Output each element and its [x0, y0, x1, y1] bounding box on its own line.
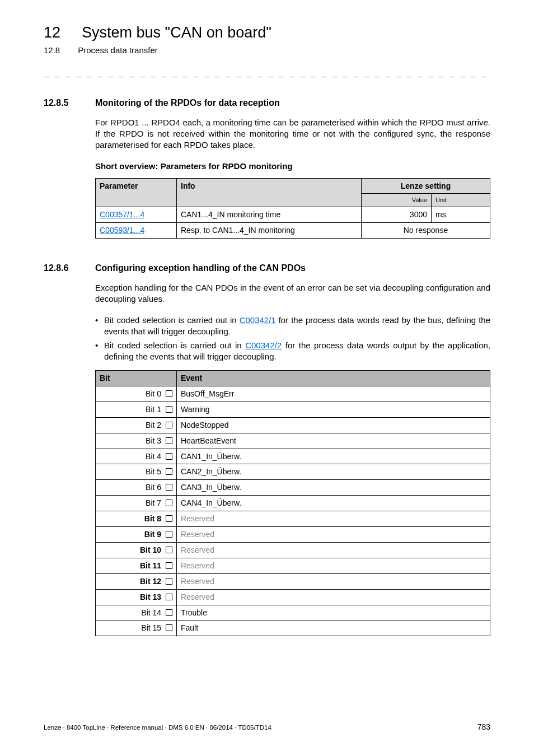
parameters-table: Parameter Info Lenze setting Value Unit …	[95, 178, 490, 239]
cell-bit: Bit 11	[96, 558, 177, 573]
cell-event: BusOff_MsgErr	[177, 386, 490, 402]
cell-event: Reserved	[177, 527, 490, 543]
section-number: 12.8.6	[44, 262, 79, 274]
checkbox-icon	[166, 547, 172, 553]
checkbox-icon	[166, 624, 172, 631]
checkbox-icon	[166, 437, 172, 444]
bit-label: Bit 8	[144, 514, 163, 523]
table-row: Bit 7 CAN4_In_Überw.	[96, 496, 490, 511]
col-setting: Lenze setting	[362, 178, 490, 194]
cell-unit: ms	[432, 207, 490, 223]
section-heading: 12.8.5 Monitoring of the RPDOs for data …	[44, 97, 490, 109]
bullet-text-pre: Bit coded selection is carried out in	[104, 315, 240, 325]
cell-info: CAN1...4_IN monitoring time	[177, 207, 362, 223]
col-value: Value	[362, 194, 432, 207]
cell-event: Reserved	[177, 573, 490, 589]
table-row: C00357/1...4 CAN1...4_IN monitoring time…	[96, 207, 490, 223]
section-title: Monitoring of the RPDOs for data recepti…	[95, 97, 280, 109]
table-row: Bit 8 Reserved	[96, 511, 490, 527]
checkbox-icon	[166, 406, 172, 413]
bit-label: Bit 6	[146, 483, 163, 492]
cell-bit: Bit 14	[96, 605, 177, 620]
table-row: Bit 0 BusOff_MsgErr	[96, 386, 490, 402]
cell-event: Reserved	[177, 589, 490, 605]
bullet-list: Bit coded selection is carried out in C0…	[95, 315, 490, 362]
table-row: Bit 6 CAN3_In_Überw.	[96, 480, 490, 496]
cell-bit: Bit 5	[96, 464, 177, 480]
cell-event: Reserved	[177, 542, 490, 558]
separator-line: _ _ _ _ _ _ _ _ _ _ _ _ _ _ _ _ _ _ _ _ …	[44, 67, 490, 78]
cell-bit: Bit 13	[96, 589, 177, 605]
cell-bit: Bit 10	[96, 542, 177, 558]
section-number: 12.8.5	[44, 97, 79, 109]
bits-table: Bit Event Bit 0 BusOff_MsgErrBit 1 Warni…	[95, 370, 490, 636]
table-row: Bit 9 Reserved	[96, 527, 490, 543]
cell-event: Fault	[177, 620, 490, 636]
table-header-row: Bit Event	[96, 371, 490, 386]
bit-label: Bit 1	[146, 405, 163, 414]
cell-event: Trouble	[177, 605, 490, 620]
cell-bit: Bit 12	[96, 573, 177, 589]
checkbox-icon	[166, 390, 172, 397]
checkbox-icon	[166, 609, 172, 616]
param-link[interactable]: C00357/1...4	[100, 210, 144, 219]
cell-event: Reserved	[177, 511, 490, 527]
table-header-row: Parameter Info Lenze setting	[96, 178, 490, 194]
cell-event: NodeStopped	[177, 417, 490, 433]
page-number: 783	[477, 722, 490, 732]
cell-bit: Bit 3	[96, 433, 177, 449]
param-link[interactable]: C00593/1...4	[100, 226, 144, 235]
cell-bit: Bit 6	[96, 480, 177, 496]
section-body: Exception handling for the CAN PDOs in t…	[95, 282, 490, 637]
col-event: Event	[177, 371, 490, 386]
bit-label: Bit 13	[140, 592, 163, 601]
col-unit: Unit	[432, 194, 490, 207]
subchapter-number: 12.8	[44, 45, 60, 56]
subchapter-title: Process data transfer	[78, 45, 158, 56]
cell-bit: Bit 15	[96, 620, 177, 636]
section-title: Configuring exception handling of the CA…	[95, 262, 306, 274]
checkbox-icon	[166, 562, 172, 569]
bit-label: Bit 0	[146, 389, 163, 398]
table-row: Bit 3 HeartBeatEvent	[96, 433, 490, 449]
cell-parameter: C00593/1...4	[96, 223, 177, 239]
checkbox-icon	[166, 531, 172, 538]
col-info: Info	[177, 178, 362, 207]
chapter-title: System bus "CAN on board"	[82, 22, 271, 43]
table-row: Bit 11 Reserved	[96, 558, 490, 573]
body-paragraph: Exception handling for the CAN PDOs in t…	[95, 282, 490, 305]
table-row: Bit 14 Trouble	[96, 605, 490, 620]
checkbox-icon	[166, 594, 172, 600]
cell-value: 3000	[362, 207, 432, 223]
bullet-link[interactable]: C00342/2	[245, 340, 282, 350]
table-row: Bit 2 NodeStopped	[96, 417, 490, 433]
checkbox-icon	[166, 484, 172, 491]
subheading: Short overview: Parameters for RPDO moni…	[95, 161, 490, 172]
table-row: C00593/1...4 Resp. to CAN1...4_IN monito…	[96, 223, 490, 239]
checkbox-icon	[166, 468, 172, 475]
cell-bit: Bit 7	[96, 496, 177, 511]
cell-event: HeartBeatEvent	[177, 433, 490, 449]
page-container: 12 System bus "CAN on board" 12.8 Proces…	[0, 0, 534, 756]
cell-bit: Bit 9	[96, 527, 177, 543]
cell-combined: No response	[362, 223, 490, 239]
table-row: Bit 10 Reserved	[96, 542, 490, 558]
checkbox-icon	[166, 578, 172, 585]
col-parameter: Parameter	[96, 178, 177, 207]
table-row: Bit 4 CAN1_In_Überw.	[96, 449, 490, 464]
cell-bit: Bit 2	[96, 417, 177, 433]
bullet-link[interactable]: C00342/1	[240, 315, 276, 325]
bit-label: Bit 15	[141, 623, 163, 632]
cell-event: Reserved	[177, 558, 490, 573]
bit-label: Bit 10	[140, 545, 163, 554]
table-row: Bit 13 Reserved	[96, 589, 490, 605]
cell-info: Resp. to CAN1...4_IN monitoring	[177, 223, 362, 239]
cell-event: Warning	[177, 402, 490, 417]
bit-label: Bit 12	[140, 577, 163, 586]
list-item: Bit coded selection is carried out in C0…	[95, 340, 490, 363]
checkbox-icon	[166, 422, 172, 428]
bit-label: Bit 11	[140, 561, 163, 570]
list-item: Bit coded selection is carried out in C0…	[95, 315, 490, 338]
section-body: For RPDO1 ... RPDO4 each, a monitoring t…	[95, 117, 490, 239]
bit-label: Bit 4	[146, 452, 163, 461]
